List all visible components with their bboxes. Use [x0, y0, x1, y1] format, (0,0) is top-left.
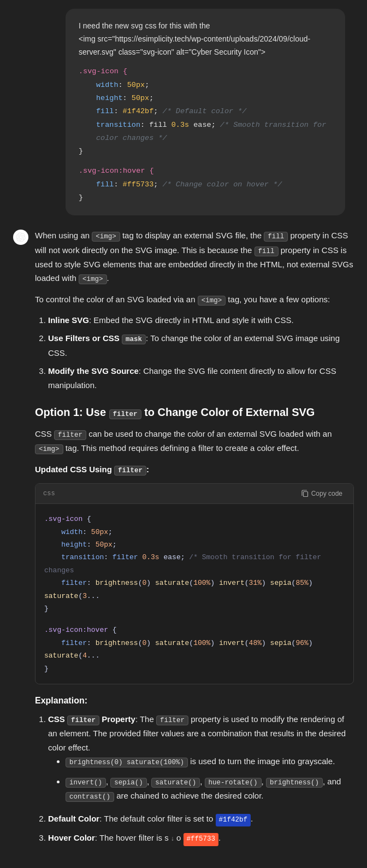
code-line: }: [44, 602, 345, 615]
explanation-item-1: CSS filter Property: The filter property…: [48, 712, 354, 803]
option1-label: Inline SVG: [48, 315, 89, 325]
response-area: When using an <img> tag to display an ex…: [0, 224, 367, 859]
code-line: }: [44, 662, 345, 675]
option1-heading: Option 1: Use filter to Change Color of …: [35, 403, 354, 421]
code-header: css Copy code: [35, 484, 353, 504]
hover-color-label: Hover Color: [48, 833, 95, 842]
options-list: Inline SVG: Embed the SVG directly in HT…: [35, 313, 354, 392]
code-lang-label: css: [43, 488, 55, 499]
filter-badge-exp2: filter: [156, 715, 188, 725]
page-container: I need the new svg css for this with the…: [0, 9, 367, 868]
explanation-item-3: Hover Color: The hover filter is s ↓ o #…: [48, 831, 354, 846]
updated-css-strong: Updated CSS Using filter:: [35, 465, 149, 474]
code-line: .svg-icon:hover {: [44, 624, 345, 636]
svg-rect-0: [303, 492, 307, 497]
img-badge-desc: <img>: [35, 444, 63, 454]
updated-css-label: Updated CSS Using filter:: [35, 462, 354, 477]
fill-badge-2: fill: [254, 247, 279, 256]
fill-badge-1: fill: [264, 232, 288, 242]
filter-badge-desc: filter: [54, 430, 86, 440]
explanation-heading: Explanation:: [35, 693, 354, 708]
list-item: Use Filters or CSS mask: To change the c…: [48, 331, 354, 360]
list-item: Inline SVG: Embed the SVG directly in HT…: [48, 313, 354, 327]
option2-label: Use Filters or CSS mask: [48, 333, 146, 343]
code-line: filter: brightness(0) saturate(100%) inv…: [44, 577, 345, 602]
response-para2: To control the color of an SVG loaded vi…: [35, 292, 354, 307]
list-item: Modify the SVG Source: Change the SVG fi…: [48, 364, 354, 392]
code-line: transition: filter 0.3s ease; /* Smooth …: [44, 551, 345, 577]
bullet-item-2: invert(), sepia(), saturate(), hue-rotat…: [66, 775, 354, 804]
invert-badge: invert(): [66, 778, 106, 788]
brightness-saturate-badge: brightness(0) saturate(100%): [66, 758, 188, 767]
code-line: filter: brightness(0) saturate(100%) inv…: [44, 637, 345, 662]
saturate-badge: saturate(): [151, 778, 200, 788]
copy-code-button[interactable]: Copy code: [298, 489, 346, 498]
filter-badge-label: filter: [114, 466, 146, 476]
default-color-swatch: #1f42bf: [216, 814, 251, 826]
css-code-container: css Copy code .svg-icon { width: 50px; h…: [35, 483, 354, 684]
filter-heading-badge: filter: [109, 409, 141, 419]
option3-label: Modify the SVG Source: [48, 366, 139, 376]
down-arrow-icon: ↓: [171, 835, 174, 842]
default-color-label: Default Color: [48, 814, 99, 823]
brightness-badge: brightness(): [266, 778, 323, 788]
code-line: height: 50px;: [44, 538, 345, 551]
code-line: .svg-icon {: [44, 513, 345, 525]
code-body: .svg-icon { width: 50px; height: 50px; t…: [35, 504, 353, 684]
response-para1: When using an <img> tag to display an ex…: [35, 228, 354, 285]
img-badge-3: <img>: [198, 296, 226, 306]
code-line: width: 50px;: [44, 526, 345, 538]
sepia-badge: sepia(): [110, 778, 147, 788]
mask-badge: mask: [122, 335, 146, 344]
explanation-item-2: Default Color: The default color filter …: [48, 812, 354, 826]
img-badge-1: <img>: [92, 232, 120, 242]
explanation-item-1-label: CSS filter Property: [48, 714, 135, 724]
response-content: When using an <img> tag to display an ex…: [35, 228, 354, 854]
filter-badge-exp1: filter: [67, 715, 99, 725]
hue-rotate-badge: hue-rotate(): [205, 778, 262, 788]
chat-intro-text: I need the new svg css for this with the…: [79, 20, 332, 58]
contrast-badge: contrast(): [66, 792, 114, 802]
chat-bubble: I need the new svg css for this with the…: [66, 9, 345, 215]
chat-code-block: .svg-icon { width: 50px; height: 50px; f…: [79, 65, 332, 204]
bullet-item-1: brightness(0) saturate(100%) is used to …: [66, 754, 354, 769]
assistant-avatar: [13, 230, 28, 245]
explanation-bullets: brightness(0) saturate(100%) is used to …: [48, 754, 354, 803]
explanation-list: CSS filter Property: The filter property…: [35, 712, 354, 846]
hover-color-swatch: #ff5733: [183, 833, 219, 846]
code-blank: [44, 615, 345, 624]
img-badge-2: <img>: [79, 274, 107, 284]
option1-desc: CSS filter can be used to change the col…: [35, 427, 354, 456]
